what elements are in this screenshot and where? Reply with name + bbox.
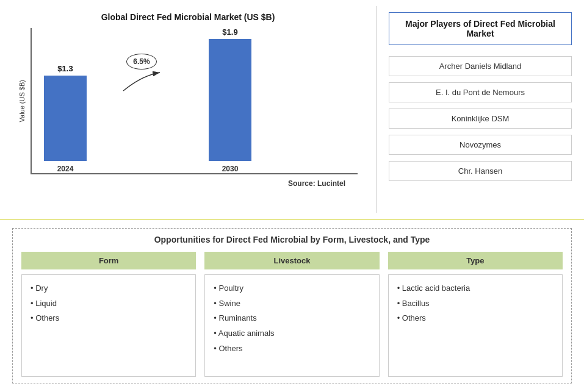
livestock-item-aquatic: Aquatic animals	[214, 326, 370, 341]
bar-value-2024: $1.3	[57, 64, 73, 73]
opp-col-header-form: Form	[21, 252, 196, 269]
opp-col-header-livestock: Livestock	[204, 252, 379, 269]
opp-col-livestock: Livestock Poultry Swine Ruminants Aquati…	[204, 252, 379, 377]
type-item-others: Others	[397, 311, 553, 326]
bar-2024	[44, 76, 87, 161]
bar-label-2030: 2030	[222, 165, 239, 173]
players-title: Major Players of Direct Fed Microbial Ma…	[389, 12, 572, 45]
opp-col-content-livestock: Poultry Swine Ruminants Aquatic animals …	[204, 274, 379, 377]
player-item-1: Archer Daniels Midland	[389, 56, 572, 76]
bar-label-2024: 2024	[57, 165, 74, 173]
player-item-3: Koninklijke DSM	[389, 109, 572, 129]
bar-value-2030: $1.9	[222, 27, 237, 37]
bars-inner: $1.3 2024 6.5%	[31, 28, 358, 174]
y-axis-label: Value (US $B)	[18, 80, 26, 123]
player-item-5: Chr. Hansen	[389, 161, 572, 181]
chart-title: Global Direct Fed Microbial Market (US $…	[101, 12, 275, 22]
opportunities-columns: Form Dry Liquid Others Livestock Poultry…	[21, 252, 563, 377]
livestock-item-poultry: Poultry	[214, 281, 370, 296]
livestock-item-ruminants: Ruminants	[214, 311, 370, 326]
form-item-dry: Dry	[31, 281, 187, 296]
player-item-2: E. I. du Pont de Nemours	[389, 82, 572, 102]
opportunities-title: Opportunities for Direct Fed Microbial b…	[21, 235, 563, 244]
player-item-4: Novozymes	[389, 135, 572, 155]
chart-area: Global Direct Fed Microbial Market (US $…	[0, 0, 376, 219]
source-label: Source: Lucintel	[18, 179, 358, 188]
opp-col-header-type: Type	[388, 252, 563, 269]
cagr-arrow	[117, 69, 166, 94]
bottom-section: Opportunities for Direct Fed Microbial b…	[0, 219, 584, 392]
livestock-item-others: Others	[214, 341, 370, 357]
cagr-circle: 6.5%	[126, 54, 156, 69]
bar-group-2030: $1.9 2030	[209, 27, 251, 173]
players-area: Major Players of Direct Fed Microbial Ma…	[377, 0, 584, 219]
opp-col-type: Type Lactic acid bacteria Bacillus Other…	[388, 252, 563, 377]
opportunities-box: Opportunities for Direct Fed Microbial b…	[12, 228, 572, 383]
bars-container: $1.3 2024 6.5%	[31, 28, 358, 174]
opp-col-form: Form Dry Liquid Others	[21, 252, 196, 377]
form-item-others: Others	[31, 311, 187, 326]
type-item-bacillus: Bacillus	[397, 296, 553, 312]
bar-2030	[209, 39, 251, 161]
form-item-liquid: Liquid	[31, 296, 187, 312]
opp-col-content-form: Dry Liquid Others	[21, 274, 196, 377]
type-item-lactic: Lactic acid bacteria	[397, 281, 553, 296]
bar-group-2024: $1.3 2024	[44, 64, 87, 173]
opp-col-content-type: Lactic acid bacteria Bacillus Others	[388, 274, 563, 377]
livestock-item-swine: Swine	[214, 296, 370, 312]
cagr-annotation: 6.5%	[117, 54, 166, 94]
